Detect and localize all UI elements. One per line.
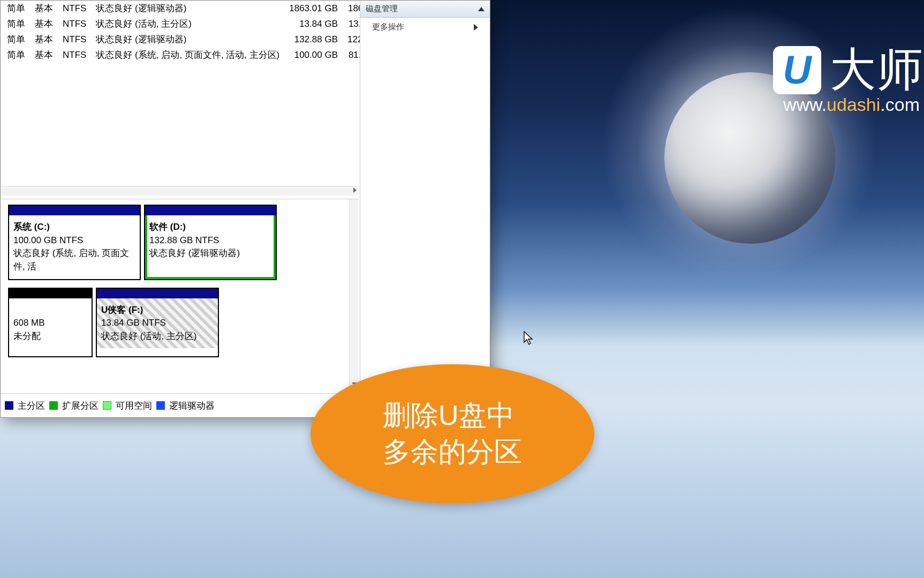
collapse-icon[interactable] <box>478 7 484 11</box>
partition-title: 软件 (D:) <box>149 222 186 232</box>
partition-uxk-f[interactable]: U侠客 (F:) 13.84 GB NTFS 状态良好 (活动, 主分区) <box>96 288 219 357</box>
partition-size: 100.00 GB NTFS <box>13 235 83 245</box>
brand-url: www.udashi.com <box>783 94 920 115</box>
partition-status: 未分配 <box>13 331 41 341</box>
legend-swatch-logical <box>156 401 165 410</box>
submenu-arrow-icon <box>474 24 478 31</box>
partition-status: 状态良好 (系统, 启动, 页面文件, 活 <box>13 248 129 272</box>
legend-swatch-free <box>103 401 111 410</box>
tutorial-callout: 删除U盘中 多余的分区 <box>310 364 594 504</box>
partition-title: U侠客 (F:) <box>101 305 143 315</box>
table-row[interactable]: 简单 基本 NTFS 状态良好 (活动, 主分区) 13.84 GB 13.73… <box>1 16 384 32</box>
horizontal-scrollbar[interactable] <box>1 186 359 196</box>
partition-system-c[interactable]: 系统 (C:) 100.00 GB NTFS 状态良好 (系统, 启动, 页面文… <box>8 205 141 280</box>
partition-size: 132.88 GB NTFS <box>149 235 219 245</box>
legend-label-extended: 扩展分区 <box>62 400 99 412</box>
legend-swatch-primary <box>5 401 13 410</box>
more-actions-item[interactable]: 更多操作 <box>360 18 490 36</box>
cursor-icon <box>524 331 534 346</box>
legend-label-logical: 逻辑驱动器 <box>169 400 215 412</box>
disk-management-window[interactable]: 简单 基本 NTFS 状态良好 (逻辑驱动器) 1863.01 GB 1860.… <box>0 0 490 418</box>
brand-text: 大师 <box>830 39 924 101</box>
partition-status: 状态良好 (逻辑驱动器) <box>149 248 240 258</box>
legend-swatch-extended <box>49 401 58 410</box>
more-actions-label: 更多操作 <box>372 22 404 32</box>
callout-line2: 多余的分区 <box>383 436 522 467</box>
legend: 主分区 扩展分区 可用空间 逻辑驱动器 <box>1 393 359 417</box>
partition-title: 系统 (C:) <box>13 222 50 232</box>
actions-pane: 磁盘管理 更多操作 <box>360 1 490 417</box>
partition-size: 13.84 GB NTFS <box>101 318 166 328</box>
legend-label-primary: 主分区 <box>18 400 45 412</box>
desktop-wallpaper: U 大师 www.udashi.com 简单 基本 NTFS 状态良好 (逻辑驱… <box>0 0 924 578</box>
table-row[interactable]: 简单 基本 NTFS 状态良好 (逻辑驱动器) 132.88 GB 122.46… <box>1 32 384 47</box>
disk-graphical-view: 系统 (C:) 100.00 GB NTFS 状态良好 (系统, 启动, 页面文… <box>1 199 359 388</box>
callout-line1: 删除U盘中 <box>383 400 514 431</box>
brand-u-badge: U <box>773 46 821 94</box>
partition-status: 状态良好 (活动, 主分区) <box>101 331 197 341</box>
partition-size: 608 MB <box>13 318 45 328</box>
volume-list[interactable]: 简单 基本 NTFS 状态良好 (逻辑驱动器) 1863.01 GB 1860.… <box>1 1 359 63</box>
vertical-scrollbar[interactable] <box>349 199 359 388</box>
table-row[interactable]: 简单 基本 NTFS 状态良好 (系统, 启动, 页面文件, 活动, 主分区) … <box>1 47 384 63</box>
partition-software-d[interactable]: 软件 (D:) 132.88 GB NTFS 状态良好 (逻辑驱动器) <box>144 205 277 280</box>
partition-unallocated[interactable]: 608 MB 未分配 <box>8 288 93 357</box>
actions-pane-header[interactable]: 磁盘管理 <box>360 1 490 18</box>
actions-pane-title: 磁盘管理 <box>366 4 398 14</box>
brand-logo: U 大师 <box>773 39 924 101</box>
legend-label-free: 可用空间 <box>116 400 152 412</box>
table-row[interactable]: 简单 基本 NTFS 状态良好 (逻辑驱动器) 1863.01 GB 1860.… <box>1 1 384 16</box>
